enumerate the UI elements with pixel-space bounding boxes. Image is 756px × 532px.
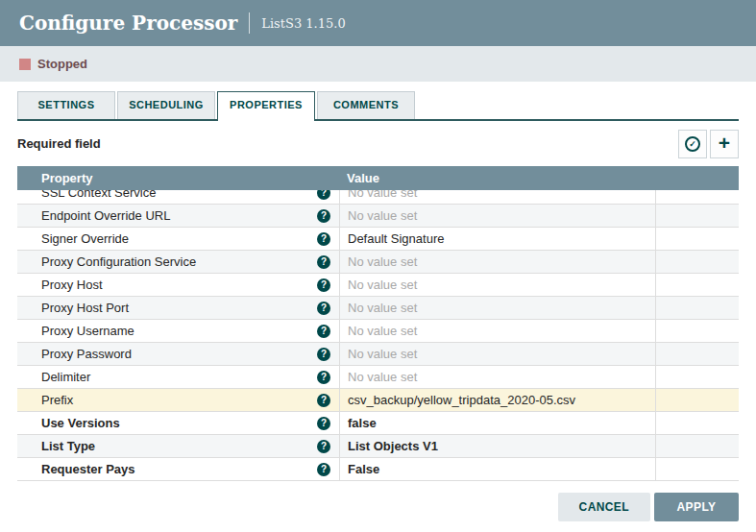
property-name: List Type: [41, 439, 95, 453]
table-row[interactable]: Proxy Username ? No value set: [17, 320, 739, 343]
table-row[interactable]: Delimiter ? No value set: [17, 366, 739, 389]
property-value-cell[interactable]: No value set: [339, 251, 656, 273]
help-icon[interactable]: ?: [317, 302, 330, 315]
properties-table: Property Value SSL Context Service ? No …: [17, 166, 739, 481]
title-divider: [249, 12, 250, 34]
property-value: No value set: [348, 278, 417, 292]
property-extra-cell: [656, 205, 739, 227]
property-value: csv_backup/yellow_tripdata_2020-05.csv: [348, 393, 575, 407]
clipped-row-wrapper: SSL Context Service ? No value set: [17, 190, 739, 205]
property-value-cell[interactable]: csv_backup/yellow_tripdata_2020-05.csv: [339, 389, 656, 411]
property-name-cell: Use Versions ?: [17, 412, 339, 434]
help-icon[interactable]: ?: [317, 348, 330, 361]
column-header-property: Property: [17, 171, 339, 185]
help-icon[interactable]: ?: [317, 190, 330, 200]
property-name-cell: Requester Pays ?: [17, 458, 339, 480]
property-name: Prefix: [41, 393, 73, 407]
verify-properties-button[interactable]: ✓: [678, 130, 707, 158]
table-row[interactable]: Proxy Configuration Service ? No value s…: [17, 251, 739, 274]
property-name-cell: Proxy Password ?: [17, 343, 339, 365]
property-name-cell: Prefix ?: [17, 389, 339, 411]
properties-toolbar: Required field ✓ +: [17, 121, 739, 166]
help-icon[interactable]: ?: [317, 394, 330, 407]
table-header: Property Value: [17, 166, 739, 190]
table-row[interactable]: Use Versions ? false: [17, 412, 739, 435]
property-extra-cell: [656, 190, 739, 204]
property-value: No value set: [348, 324, 417, 338]
cancel-button[interactable]: CANCEL: [558, 493, 650, 521]
property-extra-cell: [656, 366, 739, 388]
property-name: Proxy Host Port: [41, 301, 129, 315]
apply-button[interactable]: APPLY: [654, 493, 739, 521]
help-icon[interactable]: ?: [317, 417, 330, 430]
property-name: Delimiter: [41, 370, 90, 384]
property-name: Endpoint Override URL: [41, 208, 170, 223]
dialog-content: SETTINGS SCHEDULING PROPERTIES COMMENTS …: [0, 82, 756, 481]
property-value-cell[interactable]: false: [339, 412, 656, 434]
help-icon[interactable]: ?: [317, 440, 330, 453]
table-body: SSL Context Service ? No value set Endpo…: [17, 190, 739, 481]
help-icon[interactable]: ?: [317, 209, 330, 223]
tab-settings[interactable]: SETTINGS: [17, 91, 115, 119]
property-extra-cell: [656, 320, 739, 342]
dialog-title: Configure Processor: [19, 12, 237, 35]
property-name-cell: Signer Override ?: [17, 228, 339, 250]
tab-bar: SETTINGS SCHEDULING PROPERTIES COMMENTS: [17, 91, 739, 121]
property-value-cell[interactable]: No value set: [339, 297, 656, 319]
tab-comments[interactable]: COMMENTS: [317, 91, 415, 119]
property-value-cell[interactable]: No value set: [339, 274, 656, 296]
help-icon[interactable]: ?: [317, 371, 330, 384]
table-row[interactable]: Prefix ? csv_backup/yellow_tripdata_2020…: [17, 389, 739, 412]
property-extra-cell: [656, 297, 739, 319]
property-value-cell[interactable]: No value set: [339, 190, 656, 204]
property-value: No value set: [348, 301, 417, 315]
table-row[interactable]: Proxy Host ? No value set: [17, 274, 739, 297]
table-row[interactable]: Proxy Host Port ? No value set: [17, 297, 739, 320]
stopped-status-icon: [19, 59, 31, 70]
toolbar-buttons: ✓ +: [678, 130, 739, 158]
help-icon[interactable]: ?: [317, 278, 330, 292]
table-row[interactable]: List Type ? List Objects V1: [17, 435, 739, 458]
verify-properties-icon: ✓: [685, 136, 700, 152]
table-row[interactable]: SSL Context Service ? No value set: [17, 190, 739, 205]
property-value-cell[interactable]: No value set: [339, 366, 656, 388]
property-value: False: [348, 462, 379, 476]
processor-name-version: ListS3 1.15.0: [261, 16, 345, 31]
property-extra-cell: [656, 274, 739, 296]
property-value-cell[interactable]: List Objects V1: [339, 435, 656, 457]
property-value: false: [348, 416, 377, 430]
property-value-cell[interactable]: No value set: [339, 320, 656, 342]
property-extra-cell: [656, 435, 739, 457]
tab-scheduling[interactable]: SCHEDULING: [117, 91, 215, 119]
property-value: No value set: [348, 208, 417, 223]
property-extra-cell: [656, 251, 739, 273]
property-name-cell: SSL Context Service ?: [17, 190, 339, 204]
property-value-cell[interactable]: Default Signature: [339, 228, 656, 250]
help-icon[interactable]: ?: [317, 325, 330, 338]
table-row[interactable]: Proxy Password ? No value set: [17, 343, 739, 366]
property-value: No value set: [348, 370, 417, 384]
help-icon[interactable]: ?: [317, 463, 330, 476]
property-extra-cell: [656, 412, 739, 434]
help-icon[interactable]: ?: [317, 232, 330, 246]
property-name: Proxy Configuration Service: [41, 254, 196, 269]
property-extra-cell: [656, 228, 739, 250]
property-value-cell[interactable]: No value set: [339, 343, 656, 365]
add-property-button[interactable]: +: [710, 130, 739, 158]
property-name-cell: Proxy Configuration Service ?: [17, 251, 339, 273]
property-value-cell[interactable]: False: [339, 458, 656, 480]
tab-properties[interactable]: PROPERTIES: [217, 91, 315, 121]
help-icon[interactable]: ?: [317, 255, 330, 269]
property-name: Proxy Host: [41, 278, 103, 292]
property-name-cell: Proxy Host Port ?: [17, 297, 339, 319]
table-row[interactable]: Endpoint Override URL ? No value set: [17, 205, 739, 228]
dialog-header: Configure Processor ListS3 1.15.0: [0, 0, 756, 46]
property-value-cell[interactable]: No value set: [339, 205, 656, 227]
property-name-cell: Proxy Username ?: [17, 320, 339, 342]
table-row[interactable]: Signer Override ? Default Signature: [17, 228, 739, 251]
table-row[interactable]: Requester Pays ? False: [17, 458, 739, 481]
property-extra-cell: [656, 458, 739, 480]
status-label: Stopped: [37, 57, 87, 71]
property-name: Proxy Username: [41, 324, 134, 338]
dialog-footer: CANCEL APPLY: [0, 481, 756, 532]
